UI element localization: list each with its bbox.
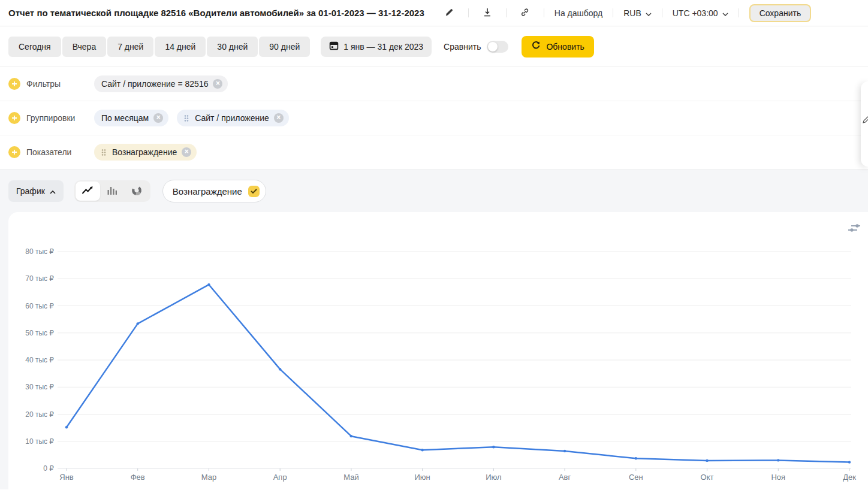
svg-text:70 тыс ₽: 70 тыс ₽ xyxy=(25,274,54,283)
calendar-icon xyxy=(329,41,339,52)
groupings-label: Группировки xyxy=(26,113,75,123)
svg-text:40 тыс ₽: 40 тыс ₽ xyxy=(25,356,54,364)
compare-toggle[interactable] xyxy=(487,41,508,53)
svg-text:Дек: Дек xyxy=(843,473,856,482)
svg-text:80 тыс ₽: 80 тыс ₽ xyxy=(25,247,54,256)
svg-text:10 тыс ₽: 10 тыс ₽ xyxy=(25,437,54,446)
drag-handle-icon[interactable] xyxy=(184,114,189,122)
timezone-dropdown[interactable]: UTC +03:00 xyxy=(673,8,728,18)
svg-text:50 тыс ₽: 50 тыс ₽ xyxy=(25,329,54,337)
filter-chip[interactable]: Сайт / приложение = 82516 × xyxy=(94,75,228,92)
check-icon xyxy=(248,186,260,197)
chart-type-bar[interactable] xyxy=(100,182,125,201)
filter-chip-text: Сайт / приложение = 82516 xyxy=(101,79,208,89)
divider xyxy=(544,8,544,17)
filters-row: Фильтры Сайт / приложение = 82516 × xyxy=(0,67,868,101)
currency-dropdown[interactable]: RUB xyxy=(623,8,652,18)
chart-section: График xyxy=(0,170,868,489)
metrics-row: Показатели Вознаграждение × xyxy=(0,135,868,170)
currency-value: RUB xyxy=(623,8,641,18)
plus-icon xyxy=(11,80,17,89)
quick-range-group: Сегодня Вчера 7 дней 14 дней 30 дней 90 … xyxy=(8,37,310,57)
page-title: Отчет по тематической площадке 82516 «Во… xyxy=(8,8,424,18)
selected-metric-label: Вознаграждение xyxy=(173,186,242,196)
metric-chip[interactable]: Вознаграждение × xyxy=(94,144,197,161)
divider xyxy=(739,8,739,17)
groupings-row: Группировки По месяцам × Сайт / приложен… xyxy=(0,101,868,135)
svg-text:60 тыс ₽: 60 тыс ₽ xyxy=(25,302,54,310)
svg-text:Сен: Сен xyxy=(629,473,643,482)
share-link-button[interactable] xyxy=(517,5,534,22)
refresh-icon xyxy=(531,41,541,52)
svg-text:30 тыс ₽: 30 тыс ₽ xyxy=(25,383,54,391)
timezone-value: UTC +03:00 xyxy=(673,8,718,18)
filters-label: Фильтры xyxy=(26,79,61,89)
toggle-knob xyxy=(488,42,498,52)
remove-grouping-icon[interactable]: × xyxy=(274,113,284,123)
chevron-up-icon xyxy=(50,186,56,196)
metric-chip-text: Вознаграждение xyxy=(112,147,177,157)
page-header: Отчет по тематической площадке 82516 «Во… xyxy=(0,0,868,26)
svg-text:Июн: Июн xyxy=(414,473,430,482)
svg-text:Апр: Апр xyxy=(273,473,287,482)
report-page: Отчет по тематической площадке 82516 «Во… xyxy=(0,0,868,489)
date-range-value: 1 янв — 31 дек 2023 xyxy=(343,42,423,52)
grouping-chip-text: По месяцам xyxy=(101,113,149,123)
chart-type-line[interactable] xyxy=(76,182,100,201)
divider xyxy=(662,8,662,17)
range-button-14days[interactable]: 14 дней xyxy=(155,37,206,57)
selected-metric-pill[interactable]: Вознаграждение xyxy=(162,180,266,202)
chart-type-pie[interactable] xyxy=(125,182,149,201)
remove-filter-icon[interactable]: × xyxy=(213,79,222,89)
svg-text:Окт: Окт xyxy=(701,473,714,482)
side-panel-tab[interactable] xyxy=(861,81,868,167)
plus-icon xyxy=(11,148,17,157)
chart-type-switcher xyxy=(74,180,150,202)
divider xyxy=(613,8,613,17)
grouping-chip-site[interactable]: Сайт / приложение × xyxy=(177,110,289,126)
svg-text:Май: Май xyxy=(343,473,358,482)
refresh-label: Обновить xyxy=(546,42,584,52)
pencil-icon xyxy=(445,8,454,19)
edit-title-button[interactable] xyxy=(441,5,458,22)
pencil-icon xyxy=(863,116,868,123)
download-icon xyxy=(483,8,492,19)
svg-text:20 тыс ₽: 20 тыс ₽ xyxy=(25,410,54,419)
chart-card: 0 ₽10 тыс ₽20 тыс ₽30 тыс ₽40 тыс ₽50 ты… xyxy=(8,212,868,490)
line-chart-icon xyxy=(82,186,94,196)
range-button-yesterday[interactable]: Вчера xyxy=(62,37,107,57)
dashboard-link[interactable]: На дашборд xyxy=(554,8,602,18)
divider xyxy=(506,8,507,17)
compare-label: Сравнить xyxy=(444,42,481,52)
svg-text:Фев: Фев xyxy=(131,473,145,482)
chart-view-dropdown[interactable]: График xyxy=(8,180,64,202)
revenue-line-chart[interactable]: 0 ₽10 тыс ₽20 тыс ₽30 тыс ₽40 тыс ₽50 ты… xyxy=(8,212,868,489)
add-filter-button[interactable] xyxy=(8,78,20,90)
range-button-7days[interactable]: 7 дней xyxy=(107,37,153,57)
date-toolbar: Сегодня Вчера 7 дней 14 дней 30 дней 90 … xyxy=(0,26,868,67)
remove-grouping-icon[interactable]: × xyxy=(153,113,163,123)
svg-text:Ноя: Ноя xyxy=(771,473,785,482)
svg-text:Июл: Июл xyxy=(486,473,501,482)
range-button-today[interactable]: Сегодня xyxy=(8,37,61,57)
download-button[interactable] xyxy=(479,5,496,22)
grouping-chip-months[interactable]: По месяцам × xyxy=(94,110,168,126)
range-button-90days[interactable]: 90 дней xyxy=(259,37,310,57)
svg-text:Янв: Янв xyxy=(59,473,74,482)
remove-metric-icon[interactable]: × xyxy=(182,147,191,157)
metrics-label: Показатели xyxy=(26,147,71,157)
divider xyxy=(468,8,469,17)
bar-chart-icon xyxy=(107,186,117,196)
svg-text:Мар: Мар xyxy=(201,473,216,482)
plus-icon xyxy=(11,114,17,123)
add-metric-button[interactable] xyxy=(8,146,20,158)
save-button[interactable]: Сохранить xyxy=(749,4,812,22)
add-grouping-button[interactable] xyxy=(8,112,20,124)
refresh-button[interactable]: Обновить xyxy=(522,36,593,58)
range-button-30days[interactable]: 30 дней xyxy=(207,37,258,57)
link-icon xyxy=(520,8,529,19)
chart-view-label: График xyxy=(16,186,45,196)
date-range-picker[interactable]: 1 янв — 31 дек 2023 xyxy=(321,37,432,57)
drag-handle-icon[interactable] xyxy=(101,149,106,156)
chevron-down-icon xyxy=(646,8,652,18)
